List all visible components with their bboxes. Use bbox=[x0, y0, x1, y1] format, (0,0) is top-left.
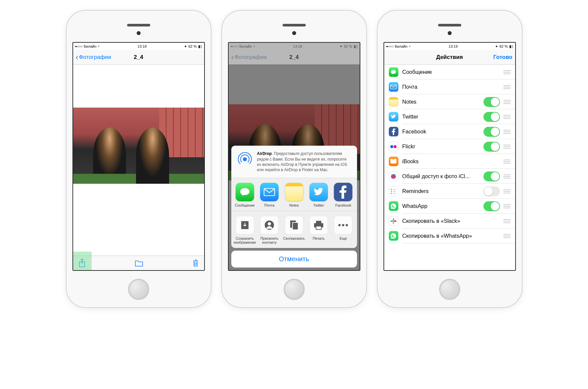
photo-viewer[interactable] bbox=[73, 65, 204, 256]
app-icon bbox=[389, 67, 398, 77]
folder-button[interactable] bbox=[135, 260, 143, 267]
facebook-icon bbox=[334, 183, 352, 201]
list-item[interactable]: Twitter bbox=[384, 109, 515, 124]
print-icon bbox=[309, 216, 328, 234]
share-app-notes[interactable]: Notes bbox=[282, 183, 305, 208]
reorder-grip-icon[interactable] bbox=[503, 70, 511, 74]
list-item[interactable]: Скопировать в «WhatsApp» bbox=[384, 228, 515, 243]
home-button[interactable] bbox=[439, 279, 460, 300]
list-item-label: Facebook bbox=[402, 128, 483, 135]
app-icon bbox=[389, 216, 398, 226]
reorder-grip-icon[interactable] bbox=[503, 189, 511, 193]
reorder-grip-icon[interactable] bbox=[503, 130, 511, 134]
toggle-switch[interactable] bbox=[483, 127, 500, 137]
svg-rect-34 bbox=[394, 220, 396, 222]
phone-1: ••○○○ Билайн ⍣ 13:18 ✦ 62 % ▮▯ ‹Фотограф… bbox=[66, 10, 211, 308]
share-app-messages[interactable]: Сообщение bbox=[233, 183, 256, 208]
reorder-grip-icon[interactable] bbox=[503, 85, 511, 89]
reorder-grip-icon[interactable] bbox=[503, 219, 511, 223]
svg-rect-8 bbox=[316, 221, 321, 223]
list-item-label: Скопировать в «WhatsApp» bbox=[402, 233, 503, 239]
chevron-left-icon: ‹ bbox=[76, 53, 78, 61]
app-icon bbox=[389, 112, 398, 122]
back-button[interactable]: ‹Фотографии bbox=[76, 53, 111, 61]
status-bar: ••○○○ Билайн ⍣ 13:18 ✦ 62 % ▮▯ bbox=[229, 43, 360, 50]
list-item-label: Сообщение bbox=[402, 69, 503, 75]
nav-bar: Действия Готово bbox=[384, 50, 515, 65]
list-item-label: WhatsApp bbox=[402, 203, 483, 209]
svg-point-16 bbox=[394, 145, 397, 148]
action-assign-contact[interactable]: Присвоить контакту bbox=[258, 216, 281, 245]
reorder-grip-icon[interactable] bbox=[503, 145, 511, 149]
airdrop-icon bbox=[237, 151, 253, 168]
list-item[interactable]: Общий доступ к фото iCl... bbox=[384, 169, 515, 184]
home-button[interactable] bbox=[284, 279, 305, 300]
share-apps-row: Сообщение Почта Notes bbox=[231, 178, 357, 211]
signal-dots-icon: ••○○○ bbox=[75, 44, 83, 48]
contact-icon bbox=[260, 216, 279, 234]
toolbar bbox=[73, 256, 204, 270]
list-item[interactable]: Почта bbox=[384, 79, 515, 94]
share-highlight bbox=[73, 252, 92, 270]
app-icon bbox=[389, 186, 398, 196]
cancel-button[interactable]: Отменить bbox=[231, 251, 357, 267]
notes-icon bbox=[285, 183, 303, 201]
status-bar: ••○○○ Билайн ⍣ 13:19 ✦ 62 % ▮▯ bbox=[384, 43, 515, 50]
svg-point-13 bbox=[346, 224, 348, 226]
app-icon bbox=[389, 127, 398, 136]
share-app-mail[interactable]: Почта bbox=[258, 183, 281, 208]
reorder-grip-icon[interactable] bbox=[503, 204, 511, 208]
home-button[interactable] bbox=[128, 279, 149, 300]
svg-point-1 bbox=[243, 157, 247, 161]
action-print[interactable]: Печать bbox=[307, 216, 330, 245]
list-item-label: Reminders bbox=[402, 188, 483, 194]
list-item[interactable]: Flickr bbox=[384, 139, 515, 154]
svg-rect-33 bbox=[393, 221, 394, 224]
list-item[interactable]: Reminders bbox=[384, 184, 515, 199]
toggle-switch[interactable] bbox=[483, 186, 500, 196]
list-item-label: Twitter bbox=[402, 114, 483, 120]
mail-icon bbox=[260, 183, 279, 201]
share-actions-row: Сохранить изображение Присвоить контакту… bbox=[231, 211, 357, 248]
list-item[interactable]: WhatsApp bbox=[384, 199, 515, 214]
toggle-switch[interactable] bbox=[483, 112, 500, 122]
toggle-switch[interactable] bbox=[483, 97, 500, 107]
actions-list: Сообщение Почта Notes Twitter Facebook bbox=[384, 65, 515, 270]
svg-rect-7 bbox=[293, 222, 298, 230]
list-item-label: Notes bbox=[402, 99, 483, 105]
nav-bar: ‹Фотографии 2_4 bbox=[229, 50, 360, 65]
list-item-label: iBooks bbox=[402, 158, 503, 165]
reorder-grip-icon[interactable] bbox=[503, 174, 511, 178]
airdrop-row[interactable]: AirDrop. Предоставьте доступ пользовател… bbox=[231, 146, 357, 178]
list-item[interactable]: Facebook bbox=[384, 124, 515, 139]
reorder-grip-icon[interactable] bbox=[503, 160, 511, 164]
share-app-twitter[interactable]: Twitter bbox=[307, 183, 330, 208]
toggle-switch[interactable] bbox=[483, 171, 500, 181]
toggle-switch[interactable] bbox=[483, 201, 500, 211]
svg-rect-32 bbox=[390, 220, 393, 222]
app-icon bbox=[389, 142, 398, 151]
wifi-icon: ⍣ bbox=[98, 44, 100, 48]
list-item[interactable]: Скопировать в «Slack» bbox=[384, 214, 515, 228]
svg-point-12 bbox=[342, 224, 344, 226]
reorder-grip-icon[interactable] bbox=[503, 234, 511, 238]
list-item-label: Скопировать в «Slack» bbox=[402, 218, 503, 224]
done-button[interactable]: Готово bbox=[493, 54, 513, 61]
app-icon bbox=[389, 171, 398, 181]
list-item-label: Flickr bbox=[402, 143, 483, 150]
app-icon bbox=[389, 97, 398, 107]
toggle-switch[interactable] bbox=[483, 142, 500, 152]
nav-bar: ‹Фотографии 2_4 bbox=[73, 50, 204, 65]
reorder-grip-icon[interactable] bbox=[503, 115, 511, 119]
phone-2: ••○○○ Билайн ⍣ 13:18 ✦ 62 % ▮▯ ‹Фотограф… bbox=[221, 10, 367, 308]
list-item[interactable]: iBooks bbox=[384, 154, 515, 169]
list-item[interactable]: Сообщение bbox=[384, 65, 515, 79]
action-copy[interactable]: Скопировать bbox=[282, 216, 305, 245]
list-item[interactable]: Notes bbox=[384, 94, 515, 109]
share-app-facebook[interactable]: Facebook bbox=[332, 183, 355, 208]
action-save-image[interactable]: Сохранить изображение bbox=[233, 216, 256, 245]
battery-icon: ▮▯ bbox=[198, 44, 202, 49]
trash-button[interactable] bbox=[192, 259, 199, 267]
reorder-grip-icon[interactable] bbox=[503, 100, 511, 104]
action-more[interactable]: Еще bbox=[332, 216, 355, 245]
